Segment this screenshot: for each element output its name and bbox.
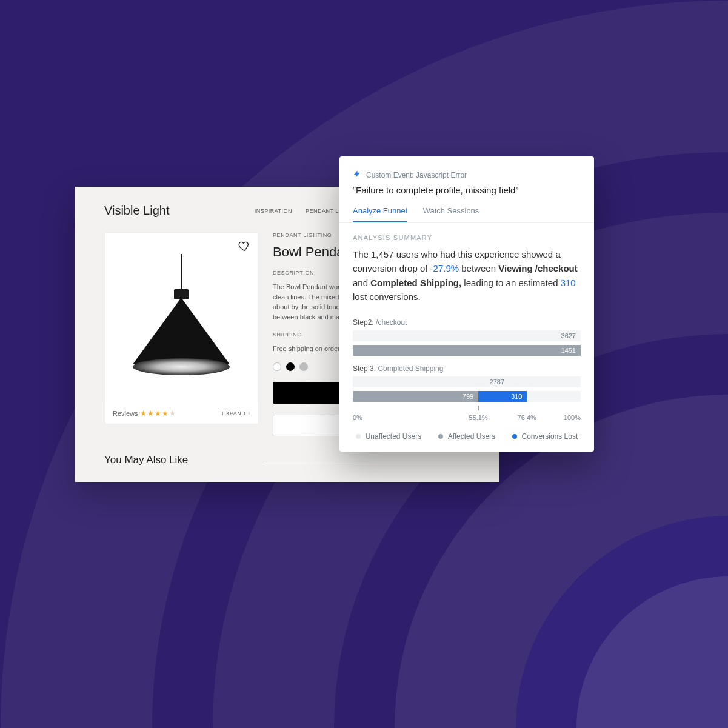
tab-analyze-funnel[interactable]: Analyze Funnel bbox=[353, 206, 407, 222]
axis-ticks bbox=[353, 406, 581, 412]
axis-100: 100% bbox=[564, 414, 581, 421]
bolt-icon bbox=[353, 170, 361, 180]
step2-affected-value: 1451 bbox=[561, 345, 576, 356]
chart-legend: Unaffected Users Affected Users Conversi… bbox=[339, 432, 594, 441]
expand-reviews-button[interactable]: EXPAND + bbox=[222, 410, 251, 416]
nav-item-inspiration[interactable]: INSPIRATION bbox=[255, 208, 292, 214]
error-message: “Failure to complete profile, missing fi… bbox=[339, 185, 594, 195]
step2-unaffected-value: 3627 bbox=[561, 330, 576, 341]
event-type-label: Custom Event: Javascript Error bbox=[366, 171, 467, 179]
step2-affected-bar: 1451 bbox=[353, 345, 581, 356]
legend-unaffected: Unaffected Users bbox=[356, 432, 422, 441]
lost-conversions-count: 310 bbox=[561, 278, 576, 288]
funnel-chart: Step2: /checkout 3627 1451 Step 3: Compl… bbox=[339, 318, 594, 421]
product-image[interactable]: Reviews ★★★★★ EXPAND + bbox=[104, 232, 258, 403]
you-may-also-like-heading: You May Also Like bbox=[104, 454, 188, 466]
star-rating-icon: ★★★★★ bbox=[140, 409, 176, 418]
step3-affected-bar: 799 310 bbox=[353, 391, 581, 402]
step3-title: Step 3: Completed Shipping bbox=[353, 364, 581, 373]
panel-tabs: Analyze Funnel Watch Sessions bbox=[339, 206, 594, 223]
x-axis: 0% 55.1% 76.4% 100% bbox=[353, 414, 581, 421]
brand-logo[interactable]: Visible Light bbox=[104, 204, 169, 218]
step2-unaffected-bar: 3627 bbox=[353, 330, 581, 341]
divider bbox=[263, 461, 499, 461]
axis-76: 76.4% bbox=[518, 414, 536, 421]
reviews-bar[interactable]: Reviews ★★★★★ EXPAND + bbox=[105, 402, 259, 424]
analytics-panel: Custom Event: Javascript Error “Failure … bbox=[339, 156, 594, 452]
reviews-label: Reviews bbox=[113, 410, 138, 417]
swatch-white[interactable] bbox=[273, 362, 281, 371]
step3-unaffected-value: 2787 bbox=[490, 376, 504, 387]
step3-lost-segment: 310 bbox=[478, 391, 527, 402]
swatch-grey[interactable] bbox=[299, 362, 308, 371]
tab-watch-sessions[interactable]: Watch Sessions bbox=[423, 206, 479, 222]
axis-55: 55.1% bbox=[469, 414, 488, 421]
legend-lost: Conversions Lost bbox=[512, 432, 578, 441]
step3-affected-segment: 799 bbox=[353, 391, 478, 402]
swatch-black[interactable] bbox=[286, 362, 295, 371]
step2-title: Step2: /checkout bbox=[353, 318, 581, 327]
legend-affected: Affected Users bbox=[438, 432, 495, 441]
analysis-summary-label: ANALYSIS SUMMARY bbox=[339, 234, 594, 241]
axis-0: 0% bbox=[353, 414, 362, 421]
analysis-summary-text: The 1,457 users who had this experience … bbox=[339, 247, 594, 304]
conversion-drop-pct: -27.9% bbox=[430, 263, 459, 273]
step3-unaffected-bar: 2787 bbox=[353, 376, 581, 387]
lamp-illustration bbox=[130, 254, 233, 381]
favorite-icon[interactable] bbox=[238, 240, 250, 255]
